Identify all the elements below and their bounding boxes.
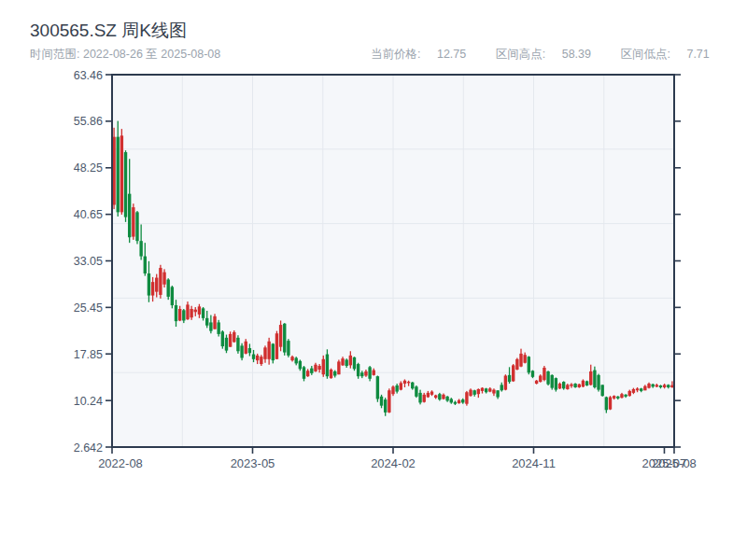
y-tick-label: 40.65: [74, 208, 103, 221]
y-tick-label: 25.45: [74, 301, 103, 315]
y-tick-label: 55.86: [74, 115, 103, 128]
x-tick-label: 2024-02: [371, 456, 416, 470]
x-tick-label: 2024-11: [512, 456, 556, 470]
y-tick-label: 2.642: [74, 441, 103, 455]
candlestick-chart: 63.4655.8648.2540.6533.0525.4517.8510.24…: [0, 0, 747, 560]
x-axis: 2022-082023-052024-022024-112025-082025-…: [98, 447, 697, 470]
y-tick-label: 33.05: [74, 255, 103, 268]
y-tick-label: 63.46: [74, 69, 103, 82]
y-tick-label: 17.85: [74, 348, 103, 361]
y-tick-label: 48.25: [74, 161, 103, 175]
x-tick-label: 2022-08: [98, 456, 143, 470]
k-line-chart-page: 300565.SZ 周K线图 时间范围: 2022-08-26 至 2025-0…: [0, 0, 747, 560]
x-tick-label-extra: 2025-07: [642, 456, 687, 470]
x-tick-label: 2023-05: [231, 456, 275, 470]
y-tick-label: 10.24: [74, 395, 103, 408]
